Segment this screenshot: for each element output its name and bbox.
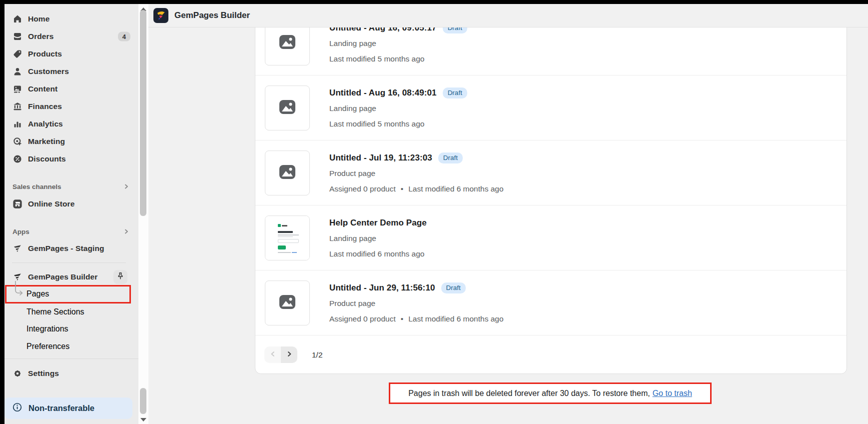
image-placeholder-icon [278,34,296,52]
page-title-text: Untitled - Aug 16, 08:49:01 [329,88,437,98]
sidebar-item-home[interactable]: Home [0,10,138,28]
sidebar-item-gempages-staging[interactable]: GemPages - Staging [0,240,138,257]
page-thumbnail [265,216,310,260]
sidebar-item-analytics[interactable]: Analytics [0,116,138,132]
sidebar-item-content[interactable]: Content [0,80,138,98]
sidebar-item-label: Products [28,50,62,58]
sidebar-item-integrations[interactable]: Integrations [0,320,138,338]
page-title: GemPages Builder [174,10,250,20]
orders-count-badge: 4 [118,32,130,42]
go-to-trash-link[interactable]: Go to trash [653,389,692,398]
sidebar-item-settings[interactable]: Settings [0,365,138,382]
sidebar-item-marketing[interactable]: Marketing [0,133,138,150]
sidebar: Home Orders 4 Products Customers C [0,0,138,424]
page-modified: Last modified 6 months ago [329,248,427,260]
page-row-text: Untitled - Aug 16, 08:49:01 Draft Landin… [329,88,467,130]
pagination: 1/2 [255,336,847,374]
page-row-text: Untitled - Jul 19, 11:23:03 Draft Produc… [329,152,504,194]
sidebar-item-customers[interactable]: Customers [0,63,138,80]
page-row-text: Untitled - Jun 29, 11:56:10 Draft Produc… [329,282,504,324]
next-page-button[interactable] [281,346,297,363]
page-type: Product page [329,298,504,309]
page-modified: Last modified 5 months ago [329,118,467,130]
trash-notice-text: Pages in trash will be deleted forever a… [408,389,650,398]
chevron-right-icon [123,228,129,234]
sidebar-item-online-store[interactable]: Online Store [0,196,138,212]
page-assigned: Assigned 0 product [329,184,396,194]
page-thumbnail [265,150,310,196]
page-title-text: Untitled - Jun 29, 11:56:10 [329,283,435,293]
page-thumbnail [265,86,310,130]
sidebar-item-label: Settings [28,369,59,378]
page-modified: Last modified 6 months ago [408,314,503,324]
sidebar-item-label: Online Store [28,200,74,208]
pin-icon [116,272,125,282]
sidebar-item-label: Marketing [28,137,65,146]
tag-icon [12,49,22,59]
person-icon [12,66,22,76]
page-title-text: Untitled - Jul 19, 11:23:03 [329,153,432,163]
status-badge: Draft [443,88,467,98]
gempages-flag-icon [12,244,22,254]
page-row-text: Help Center Demo Page Landing page Last … [329,218,427,260]
page-modified: Last modified 5 months ago [329,54,467,64]
sidebar-item-label: Pages [26,290,49,298]
submenu-elbow-arrow-icon [13,280,25,298]
sidebar-item-theme-sections[interactable]: Theme Sections [0,304,138,320]
apps-header[interactable]: Apps [0,223,138,240]
previous-page-button[interactable] [264,346,281,363]
sidebar-item-label: Home [28,14,49,24]
page-row[interactable]: Help Center Demo Page Landing page Last … [255,206,847,270]
chevron-right-icon [123,184,129,190]
chevron-left-icon [269,350,276,359]
page-row[interactable]: Untitled - Jun 29, 11:56:10 Draft Produc… [255,270,847,336]
sidebar-item-label: Theme Sections [26,308,84,316]
pagination-buttons [264,346,297,363]
orders-icon [12,32,22,42]
pin-button[interactable] [113,270,127,284]
page-type: Landing page [329,38,467,49]
scrollbar-thumb[interactable] [140,388,146,414]
window-top-edge [0,0,868,4]
sidebar-item-label: Discounts [28,154,66,164]
image-placeholder-icon [278,99,296,117]
sidebar-item-label: Preferences [26,342,69,351]
sidebar-item-orders[interactable]: Orders 4 [0,28,138,45]
storefront-icon [12,199,22,209]
discount-badge-icon [12,154,22,164]
sidebar-item-label: GemPages Builder [28,272,97,282]
page-title-text: Help Center Demo Page [329,218,427,228]
status-badge: Draft [441,282,466,294]
non-transferable-badge: Non-transferable [4,398,132,419]
page-preview-image [265,216,309,260]
home-icon [12,14,22,24]
sidebar-item-label: Content [28,84,57,94]
sidebar-item-discounts[interactable]: Discounts [0,150,138,168]
page-indicator: 1/2 [312,350,323,360]
bar-chart-icon [12,119,22,129]
scrollbar-thumb[interactable] [140,10,146,216]
scroll-down-arrow-icon[interactable] [140,418,146,422]
chevron-right-icon [286,350,293,359]
sidebar-item-label: GemPages - Staging [28,244,104,253]
sidebar-item-preferences[interactable]: Preferences [0,338,138,355]
info-icon [12,402,22,414]
sidebar-item-label: Analytics [28,120,63,128]
sidebar-item-products[interactable]: Products [0,46,138,62]
sidebar-item-finances[interactable]: Finances [0,98,138,115]
page-thumbnail [265,280,310,326]
page-row-text: Untitled - Aug 16, 09:05:17 Draft Landin… [329,22,467,64]
page-row[interactable]: Untitled - Aug 16, 08:49:01 Draft Landin… [255,76,847,140]
window-left-edge [0,0,4,424]
trash-notice: Pages in trash will be deleted forever a… [389,382,712,404]
sales-channels-header[interactable]: Sales channels [0,178,138,195]
page-type: Product page [329,168,504,179]
screen: Home Orders 4 Products Customers C [0,0,868,424]
sidebar-item-label: Customers [28,67,69,76]
sidebar-item-label: Integrations [26,324,68,334]
image-placeholder-icon [278,294,296,312]
sidebar-scrollbar[interactable] [138,4,148,424]
page-row[interactable]: Untitled - Jul 19, 11:23:03 Draft Produc… [255,140,847,206]
sidebar-divider [0,358,138,359]
page-list-card: Untitled - Aug 16, 09:05:17 Draft Landin… [255,10,847,374]
